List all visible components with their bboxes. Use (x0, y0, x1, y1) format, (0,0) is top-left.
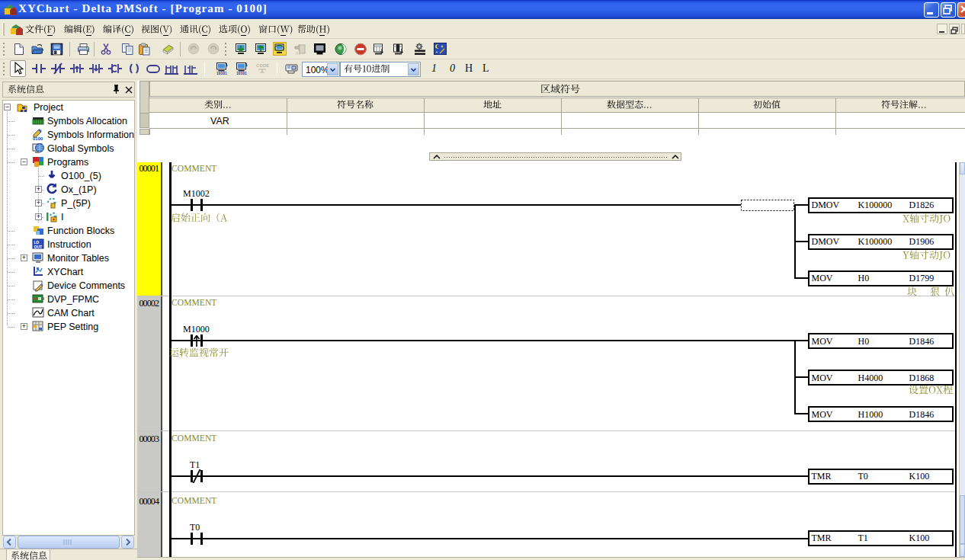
svg-text:10101: 10101 (236, 71, 247, 75)
svg-text:CODE: CODE (256, 63, 269, 68)
svg-text:0100: 0100 (33, 136, 43, 141)
svg-text:OUT: OUT (34, 245, 43, 249)
svg-text:10101: 10101 (216, 71, 227, 75)
